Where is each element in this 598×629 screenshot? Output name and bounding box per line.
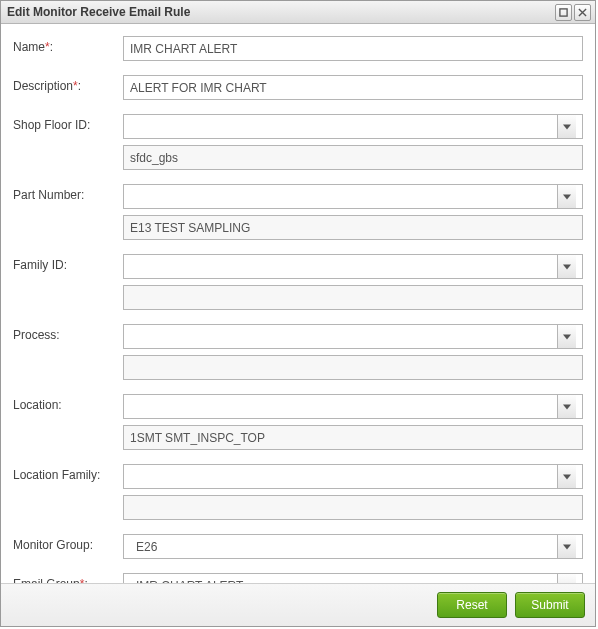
field-email-group (123, 573, 583, 583)
close-button[interactable] (574, 4, 591, 21)
field-family-id (123, 254, 583, 310)
process-select-input[interactable] (130, 325, 557, 348)
chevron-down-icon (563, 404, 571, 410)
field-shop-floor-id: sfdc_gbs (123, 114, 583, 170)
chevron-down-icon (563, 334, 571, 340)
family-id-select[interactable] (123, 254, 583, 279)
dialog-window: Edit Monitor Receive Email Rule Name*: D… (0, 0, 596, 627)
monitor-group-select-input[interactable] (130, 535, 557, 558)
field-part-number: E13 TEST SAMPLING (123, 184, 583, 240)
chevron-down-icon (563, 124, 571, 130)
row-location-family: Location Family: (13, 464, 583, 520)
label-part-number: Part Number: (13, 184, 123, 240)
close-icon (578, 8, 587, 17)
window-title: Edit Monitor Receive Email Rule (7, 5, 555, 19)
window-controls (555, 4, 591, 21)
field-name (123, 36, 583, 61)
part-number-select[interactable] (123, 184, 583, 209)
location-family-select[interactable] (123, 464, 583, 489)
family-id-select-trigger[interactable] (557, 255, 576, 278)
row-part-number: Part Number: E13 TEST SAMPLING (13, 184, 583, 240)
part-number-display: E13 TEST SAMPLING (123, 215, 583, 240)
monitor-group-select[interactable] (123, 534, 583, 559)
footer-toolbar: Reset Submit (1, 583, 595, 626)
email-group-select-input[interactable] (130, 574, 557, 583)
field-location: 1SMT SMT_INSPC_TOP (123, 394, 583, 450)
name-input[interactable] (123, 36, 583, 61)
label-family-id: Family ID: (13, 254, 123, 310)
label-name-text: Name (13, 40, 45, 54)
shop-floor-id-display: sfdc_gbs (123, 145, 583, 170)
description-input[interactable] (123, 75, 583, 100)
part-number-select-input[interactable] (130, 185, 557, 208)
svg-rect-0 (560, 8, 567, 15)
process-select[interactable] (123, 324, 583, 349)
label-location: Location: (13, 394, 123, 450)
titlebar: Edit Monitor Receive Email Rule (1, 1, 595, 24)
submit-button[interactable]: Submit (515, 592, 585, 618)
row-shop-floor-id: Shop Floor ID: sfdc_gbs (13, 114, 583, 170)
location-select-input[interactable] (130, 395, 557, 418)
chevron-down-icon (563, 544, 571, 550)
field-monitor-group (123, 534, 583, 559)
row-monitor-group: Monitor Group: (13, 534, 583, 559)
row-family-id: Family ID: (13, 254, 583, 310)
form-content: Name*: Description*: Shop Floor ID: (1, 24, 595, 583)
label-description: Description*: (13, 75, 123, 100)
email-group-select[interactable] (123, 573, 583, 583)
shop-floor-id-select-trigger[interactable] (557, 115, 576, 138)
location-display: 1SMT SMT_INSPC_TOP (123, 425, 583, 450)
row-email-group: Email Group*: (13, 573, 583, 583)
chevron-down-icon (563, 583, 571, 584)
chevron-down-icon (563, 474, 571, 480)
location-family-select-input[interactable] (130, 465, 557, 488)
maximize-button[interactable] (555, 4, 572, 21)
label-process: Process: (13, 324, 123, 380)
location-family-display (123, 495, 583, 520)
field-process (123, 324, 583, 380)
colon: : (78, 79, 81, 93)
field-location-family (123, 464, 583, 520)
reset-button[interactable]: Reset (437, 592, 507, 618)
family-id-select-input[interactable] (130, 255, 557, 278)
label-description-text: Description (13, 79, 73, 93)
process-select-trigger[interactable] (557, 325, 576, 348)
location-select[interactable] (123, 394, 583, 419)
label-shop-floor-id: Shop Floor ID: (13, 114, 123, 170)
chevron-down-icon (563, 264, 571, 270)
label-location-family: Location Family: (13, 464, 123, 520)
chevron-down-icon (563, 194, 571, 200)
label-monitor-group: Monitor Group: (13, 534, 123, 559)
label-email-group: Email Group*: (13, 573, 123, 583)
label-name: Name*: (13, 36, 123, 61)
process-display (123, 355, 583, 380)
row-description: Description*: (13, 75, 583, 100)
maximize-icon (559, 8, 568, 17)
colon: : (50, 40, 53, 54)
part-number-select-trigger[interactable] (557, 185, 576, 208)
row-location: Location: 1SMT SMT_INSPC_TOP (13, 394, 583, 450)
monitor-group-select-trigger[interactable] (557, 535, 576, 558)
shop-floor-id-select-input[interactable] (130, 115, 557, 138)
location-select-trigger[interactable] (557, 395, 576, 418)
family-id-display (123, 285, 583, 310)
shop-floor-id-select[interactable] (123, 114, 583, 139)
row-process: Process: (13, 324, 583, 380)
field-description (123, 75, 583, 100)
row-name: Name*: (13, 36, 583, 61)
location-family-select-trigger[interactable] (557, 465, 576, 488)
email-group-select-trigger[interactable] (557, 574, 576, 583)
